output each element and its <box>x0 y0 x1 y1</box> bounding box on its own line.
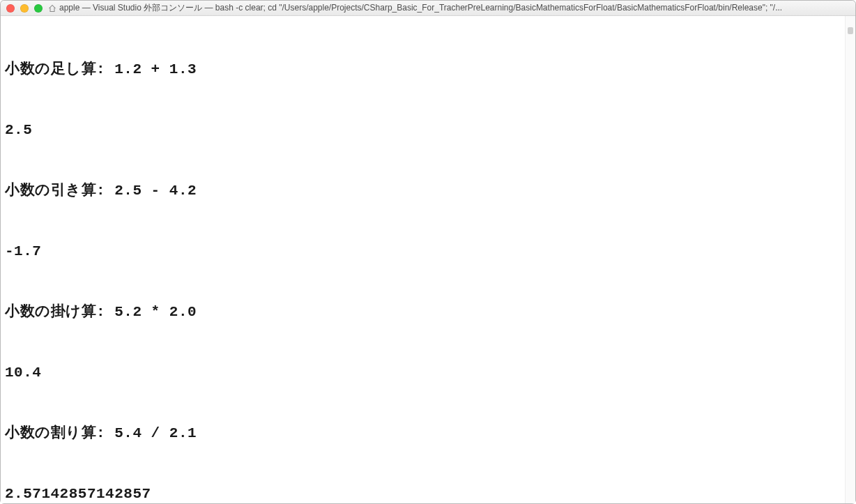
home-icon <box>48 4 56 13</box>
minimize-icon[interactable] <box>20 4 29 13</box>
terminal-output[interactable]: 小数の足し算: 1.2 + 1.3 2.5 小数の引き算: 2.5 - 4.2 … <box>1 16 845 503</box>
output-line: 小数の割り算: 5.4 / 2.1 <box>5 423 841 443</box>
output-line: 10.4 <box>5 362 841 383</box>
output-line: 小数の掛け算: 5.2 * 2.0 <box>5 302 841 322</box>
zoom-icon[interactable] <box>34 4 43 13</box>
output-line: 小数の足し算: 1.2 + 1.3 <box>5 59 841 79</box>
content-area: 小数の足し算: 1.2 + 1.3 2.5 小数の引き算: 2.5 - 4.2 … <box>1 16 855 503</box>
terminal-window: apple — Visual Studio 外部コンソール — bash -c … <box>0 0 856 504</box>
output-line: -1.7 <box>5 241 841 261</box>
window-controls <box>6 4 43 13</box>
window-title: apple — Visual Studio 外部コンソール — bash -c … <box>59 2 850 14</box>
output-line: 2.5 <box>5 120 841 140</box>
output-line: 2.57142857142857 <box>5 484 841 503</box>
vertical-scrollbar[interactable] <box>845 16 855 503</box>
scroll-thumb[interactable] <box>848 27 853 34</box>
close-icon[interactable] <box>6 4 15 13</box>
window-titlebar[interactable]: apple — Visual Studio 外部コンソール — bash -c … <box>1 1 855 16</box>
output-line: 小数の引き算: 2.5 - 4.2 <box>5 181 841 201</box>
